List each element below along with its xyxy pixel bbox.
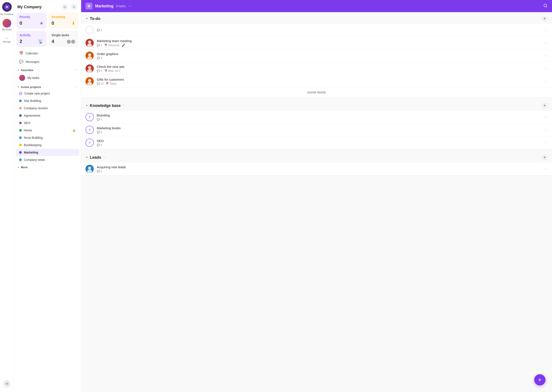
sidebar-item-star-building[interactable]: Star Building	[16, 97, 79, 104]
user-avatar[interactable]	[3, 19, 11, 28]
sidebar-item-company-reunion[interactable]: Company reunion	[16, 105, 79, 112]
task-comment-count: 💬 3	[97, 56, 102, 60]
manage-button[interactable]: ··· Manage	[3, 36, 11, 43]
leads-add-button[interactable]: +	[542, 154, 548, 161]
leads-more-icon[interactable]: ···	[103, 155, 106, 159]
todo-more-icon[interactable]: ···	[102, 17, 105, 21]
sidebar-item-calendar[interactable]: 📅 Calendar	[16, 49, 79, 57]
active-projects-more-icon[interactable]: ···	[75, 85, 78, 89]
task-item[interactable]: + Marketing books 💬 5 ☆	[81, 124, 552, 136]
settings-icon[interactable]	[3, 380, 11, 388]
svg-point-18	[88, 79, 91, 82]
task-star-icon[interactable]: ☆	[544, 28, 548, 33]
favorites-header-left: ▼ Favorites	[17, 69, 33, 72]
knowledge-base-chevron-icon[interactable]: ▼	[86, 104, 88, 107]
task-title: Branding	[97, 113, 541, 117]
main-header-search-icon[interactable]	[543, 3, 548, 9]
task-date: 📅 Wed, Jul 3	[104, 69, 120, 72]
sidebar-item-seo[interactable]: SEO	[16, 119, 79, 126]
sidebar-settings-button[interactable]	[71, 3, 78, 10]
todo-add-button[interactable]: +	[542, 16, 548, 22]
sidebar-item-agreements[interactable]: Agreements	[16, 112, 79, 119]
knowledge-base-section-left: ▼ Knowledge base ···	[86, 103, 125, 108]
sidebar-item-create-project[interactable]: + Create new project	[16, 90, 79, 97]
sidebar-item-bookkeeping[interactable]: Bookkeeping	[16, 142, 79, 148]
manage-label: Manage	[3, 41, 11, 43]
nova-building-label: Nova Building	[24, 136, 76, 140]
leads-section-header: ▼ Leads ··· +	[81, 151, 552, 163]
task-avatar-person	[86, 52, 94, 60]
sidebar-item-nova-building[interactable]: Nova Building	[16, 134, 79, 141]
task-comment-count: 💬 3	[97, 118, 102, 121]
task-item[interactable]: + Branding 💬 3 ☆	[81, 111, 552, 124]
priority-card[interactable]: Priority 0 ★	[16, 13, 46, 29]
task-item[interactable]: 💬 2 ☆	[81, 24, 552, 37]
svg-point-2	[6, 383, 7, 385]
sidebar-item-company-news[interactable]: Company news	[16, 156, 79, 163]
single-tasks-bottom: 4 ⬤⬤	[52, 39, 76, 44]
knowledge-base-add-button[interactable]: +	[542, 103, 548, 109]
my-nozbe-label: My Nozbe	[2, 28, 12, 31]
manage-dots-icon: ···	[5, 36, 8, 41]
task-title: Gifts for customers	[97, 78, 541, 81]
calendar-icon: 📅	[104, 44, 108, 47]
task-title: Check the new ads	[97, 65, 541, 69]
activity-card[interactable]: Activity 2 📡	[16, 31, 46, 47]
priority-card-bottom: 0 ★	[20, 20, 43, 26]
company-news-label: Company news	[24, 158, 76, 161]
single-tasks-card[interactable]: Single tasks 4 ⬤⬤	[49, 31, 79, 47]
app-logo[interactable]	[2, 2, 12, 12]
task-item[interactable]: Order graphics 💬 3 ☆	[81, 49, 552, 62]
incoming-card[interactable]: Incoming 0 ⬇	[49, 13, 79, 29]
task-item[interactable]: Gifts for customers 💬 10 📅 Today ☆	[81, 75, 552, 88]
show-more-button[interactable]: SHOW MORE	[81, 88, 552, 97]
task-meta: 💬 1 📅 Tomorrow 🎤	[97, 44, 541, 47]
task-star-icon[interactable]: ☆	[544, 140, 548, 145]
sidebar-search-button[interactable]	[61, 3, 68, 10]
task-star-icon[interactable]: ☆	[544, 79, 548, 84]
task-comment-count: 💬 1	[97, 170, 102, 173]
task-star-icon[interactable]: ☆	[544, 41, 548, 45]
svg-point-6	[88, 5, 90, 7]
task-star-icon[interactable]: ☆	[544, 115, 548, 119]
single-tasks-count: 4	[52, 39, 54, 44]
active-projects-header-left: ▼ Active projects	[17, 85, 41, 89]
company-news-dot	[19, 159, 22, 161]
messages-label: Messages	[26, 60, 39, 63]
task-item[interactable]: Marketing team meeting 💬 1 📅 Tomorrow 🎤	[81, 37, 552, 49]
task-item[interactable]: + SEO 💬 2 ☆	[81, 136, 552, 149]
sidebar-item-marketing[interactable]: Marketing	[16, 149, 79, 156]
task-item[interactable]: Acquiring new leads 💬 1 ☆	[81, 163, 552, 175]
task-star-icon[interactable]: ☆	[544, 66, 548, 71]
sidebar-item-home[interactable]: Home 🔒	[16, 127, 79, 134]
app-name-label: My Company	[0, 13, 13, 15]
task-star-icon[interactable]: ☆	[544, 53, 548, 58]
fab-add-button[interactable]: +	[534, 374, 545, 385]
knowledge-base-more-icon[interactable]: ···	[122, 104, 125, 108]
main-header-more-icon[interactable]: ···	[128, 4, 131, 8]
mic-icon: 🎤	[122, 44, 125, 47]
svg-point-1	[6, 6, 7, 8]
main-header: Marketing 9 tasks ···	[81, 0, 552, 12]
avatar-image	[3, 19, 11, 28]
main-content: Marketing 9 tasks ··· ▼ To-do ··· +	[81, 0, 552, 392]
favorites-section-header[interactable]: ▼ Favorites ···	[14, 66, 81, 73]
active-projects-section-header[interactable]: ▼ Active projects ···	[14, 83, 81, 90]
task-star-icon[interactable]: ☆	[544, 167, 548, 171]
more-section-header[interactable]: ▼ More	[14, 163, 81, 170]
todo-section-header: ▼ To-do ··· +	[81, 12, 552, 24]
favorites-more-icon[interactable]: ···	[75, 68, 78, 72]
svg-point-7	[544, 4, 547, 7]
leads-chevron-icon[interactable]: ▼	[86, 156, 88, 159]
sidebar-item-my-tasks[interactable]: My tasks	[16, 73, 79, 83]
svg-point-16	[87, 69, 92, 73]
bookkeeping-label: Bookkeeping	[24, 143, 76, 147]
todo-chevron-icon[interactable]: ▼	[86, 17, 88, 20]
svg-point-22	[87, 169, 92, 173]
sidebar-item-messages[interactable]: 💬 Messages	[16, 58, 79, 66]
task-date: 📅 Today	[106, 82, 116, 85]
more-label: More	[21, 166, 28, 169]
task-star-icon[interactable]: ☆	[544, 127, 548, 132]
task-meta: 💬 10 📅 Today	[97, 82, 541, 85]
task-item[interactable]: Check the new ads 💬 2 📅 Wed, Jul 3 ☆	[81, 62, 552, 75]
